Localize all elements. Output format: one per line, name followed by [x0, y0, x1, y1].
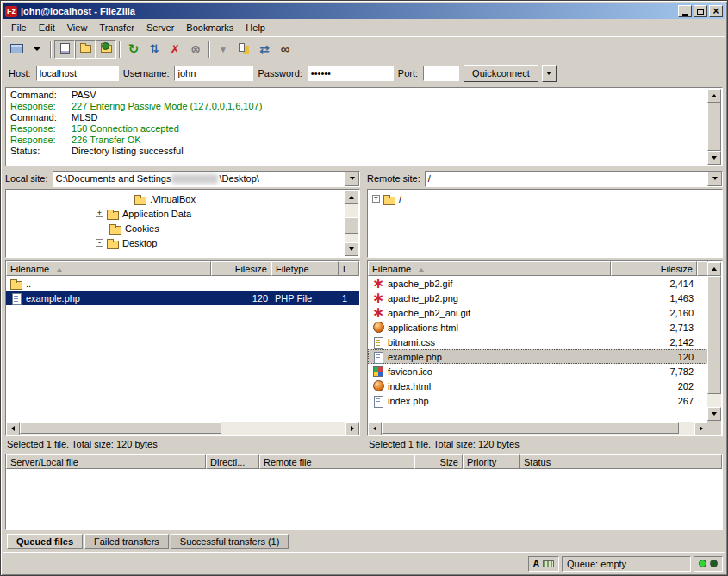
- quickconnect-bar: Host: Username: Password: Port: Quickcon…: [3, 60, 725, 86]
- column-header-server-local-file[interactable]: Server/Local file: [6, 454, 206, 469]
- port-input[interactable]: [423, 66, 459, 81]
- log-scrollbar[interactable]: [707, 89, 721, 165]
- log-line: Response:227 Entering Passive Mode (127,…: [6, 101, 706, 112]
- scroll-down-button[interactable]: [707, 407, 721, 421]
- file-row[interactable]: applications.html 2,713: [368, 320, 708, 335]
- username-input[interactable]: [174, 66, 253, 81]
- transfer-type-indicator[interactable]: A: [533, 559, 539, 568]
- remote-list-vscrollbar[interactable]: [707, 262, 721, 421]
- password-input[interactable]: [308, 66, 394, 81]
- cancel-button[interactable]: [165, 40, 185, 59]
- minimize-button[interactable]: [678, 5, 692, 17]
- file-row[interactable]: apache_pb2.gif 2,414: [368, 276, 708, 291]
- local-site-combobox[interactable]: C:\Documents and Settings\Desktop\: [53, 171, 360, 187]
- file-row[interactable]: apache_pb2_ani.gif 2,160: [368, 305, 708, 320]
- column-header-remote-file[interactable]: Remote file: [259, 454, 414, 469]
- site-manager-button[interactable]: [6, 40, 27, 59]
- scrollbar-thumb[interactable]: [707, 103, 721, 151]
- close-button[interactable]: [709, 5, 723, 17]
- refresh-button[interactable]: [123, 40, 144, 59]
- quickconnect-button[interactable]: Quickconnect: [464, 65, 538, 82]
- tab-queued-files[interactable]: Queued files: [7, 534, 83, 549]
- synchronized-browsing-button[interactable]: [254, 40, 275, 59]
- titlebar[interactable]: Fz john@localhost - FileZilla: [3, 3, 725, 19]
- scroll-left-button[interactable]: [6, 422, 20, 435]
- scroll-right-button[interactable]: [694, 422, 708, 435]
- tree-item[interactable]: /: [368, 191, 722, 206]
- remote-list-hscrollbar[interactable]: [368, 422, 708, 435]
- tree-expander-icon[interactable]: [96, 239, 103, 247]
- file-row[interactable]: favicon.ico 7,782: [368, 364, 708, 379]
- file-row[interactable]: bitnami.css 2,142: [368, 335, 708, 349]
- file-row[interactable]: ..: [6, 276, 359, 291]
- tab-successful-transfers[interactable]: Successful transfers (1): [171, 534, 289, 549]
- local-list-hscrollbar[interactable]: [6, 422, 359, 435]
- combobox-dropdown-button[interactable]: [345, 172, 359, 186]
- directory-comparison-button[interactable]: [233, 40, 254, 59]
- scrollbar-thumb[interactable]: [20, 422, 221, 434]
- file-row[interactable]: index.html 202: [368, 379, 708, 393]
- process-queue-button[interactable]: [144, 40, 165, 59]
- quickconnect-button-label: Quickconnect: [472, 68, 530, 78]
- menu-bookmarks[interactable]: Bookmarks: [180, 21, 240, 34]
- scroll-up-button[interactable]: [707, 262, 721, 276]
- menu-file[interactable]: File: [5, 21, 33, 34]
- find-files-button[interactable]: [275, 40, 296, 59]
- tree-item[interactable]: .VirtualBox: [6, 191, 359, 206]
- remote-treeview-toggle-button[interactable]: [96, 40, 116, 59]
- scroll-left-button[interactable]: [368, 422, 382, 435]
- tree-item[interactable]: Application Data: [6, 206, 359, 221]
- filter-button[interactable]: [213, 40, 233, 59]
- combobox-dropdown-button[interactable]: [707, 172, 722, 186]
- menu-view[interactable]: View: [61, 21, 94, 34]
- menu-transfer[interactable]: Transfer: [93, 21, 140, 34]
- column-header-filesize[interactable]: Filesize: [611, 261, 697, 276]
- column-header-last-modified[interactable]: L: [339, 261, 359, 276]
- menu-server[interactable]: Server: [140, 21, 180, 34]
- column-header-filetype[interactable]: Filetype: [271, 261, 339, 276]
- local-treeview-toggle-button[interactable]: [75, 40, 96, 59]
- scrollbar-thumb[interactable]: [382, 422, 679, 434]
- column-header-filesize[interactable]: Filesize: [211, 261, 271, 276]
- scroll-up-button[interactable]: [707, 89, 721, 103]
- scrollbar-thumb[interactable]: [345, 217, 358, 233]
- tree-expander-icon[interactable]: [96, 210, 103, 217]
- column-header-priority[interactable]: Priority: [463, 454, 520, 469]
- tree-expander-icon[interactable]: [121, 195, 131, 203]
- local-tree-scrollbar[interactable]: [345, 191, 358, 256]
- maximize-button[interactable]: [694, 5, 707, 17]
- remote-site-combobox[interactable]: /: [425, 171, 723, 187]
- sync-browsing-icon: [259, 42, 270, 56]
- tab-failed-transfers[interactable]: Failed transfers: [84, 534, 169, 549]
- menu-help[interactable]: Help: [240, 21, 271, 34]
- quickconnect-dropdown-button[interactable]: [542, 65, 557, 82]
- log-line: Command:MLSD: [6, 112, 706, 123]
- disconnect-button[interactable]: [185, 40, 206, 59]
- site-manager-dropdown-button[interactable]: [27, 40, 47, 59]
- column-header-filename[interactable]: Filename: [6, 261, 211, 276]
- column-header-direction[interactable]: Directi...: [206, 454, 259, 469]
- scrollbar-thumb[interactable]: [707, 276, 721, 394]
- file-row[interactable]: apache_pb2.png 1,463: [368, 291, 708, 305]
- scroll-down-button[interactable]: [345, 242, 358, 256]
- file-row[interactable]: index.php 267: [368, 393, 708, 408]
- php-file-icon: [371, 395, 385, 407]
- scroll-up-button[interactable]: [345, 191, 358, 204]
- host-input[interactable]: [36, 66, 119, 81]
- message-log-toggle-button[interactable]: [54, 40, 75, 59]
- column-header-filename[interactable]: Filename: [368, 261, 611, 276]
- log-label: Command:: [6, 112, 72, 123]
- remote-site-label: Remote site:: [367, 173, 420, 184]
- scroll-down-button[interactable]: [707, 151, 721, 165]
- column-header-status[interactable]: Status: [520, 454, 722, 469]
- queue-body[interactable]: [6, 469, 722, 529]
- column-header-size[interactable]: Size: [414, 454, 463, 469]
- tree-item[interactable]: Cookies: [6, 221, 359, 235]
- speed-limit-icon[interactable]: [543, 560, 554, 567]
- file-row-selected[interactable]: example.php 120 PHP File 1: [6, 291, 359, 305]
- menu-edit[interactable]: Edit: [33, 21, 61, 34]
- file-row-selected[interactable]: example.php 120: [368, 349, 708, 364]
- tree-expander-icon[interactable]: [372, 195, 380, 203]
- tree-item[interactable]: Desktop: [6, 235, 359, 250]
- scroll-right-button[interactable]: [345, 422, 359, 435]
